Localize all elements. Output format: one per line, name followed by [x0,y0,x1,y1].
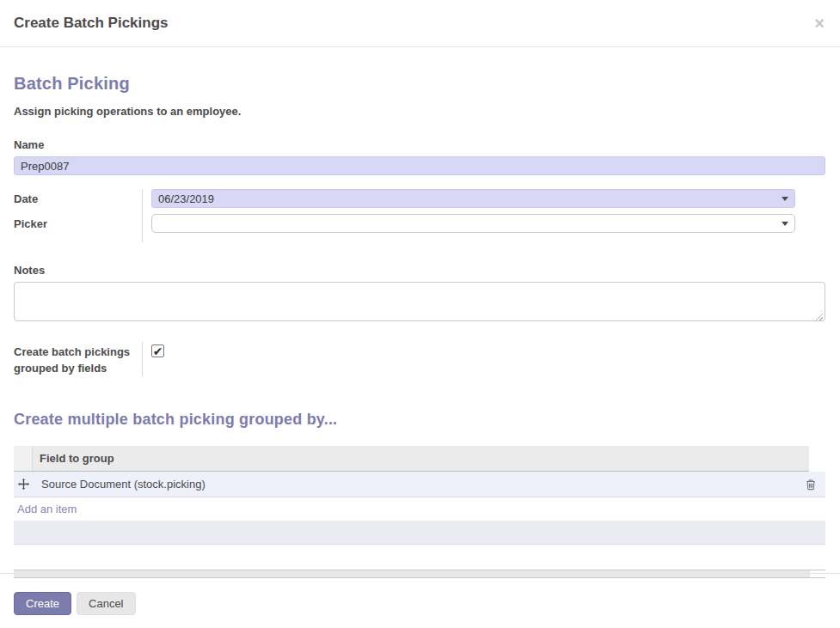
name-input[interactable] [14,156,825,175]
date-picker-fields [142,189,825,242]
close-icon[interactable]: × [814,15,825,32]
modal-header: Create Batch Pickings × [0,0,840,47]
group-section-heading: Create multiple batch picking grouped by… [14,411,825,429]
picker-label: Picker [14,217,142,242]
grouped-checkbox[interactable]: ✔ [151,344,164,357]
delete-row-button[interactable] [805,478,825,491]
picker-input[interactable] [151,214,795,233]
date-caret-icon[interactable] [782,197,788,201]
date-picker-labels: Date Picker [14,189,142,242]
name-label: Name [14,138,825,151]
group-table: Field to group Source Document (stock.pi… [14,446,825,545]
modal-title: Create Batch Pickings [14,15,169,32]
table-header-row: Field to group [14,446,809,472]
add-an-item-link[interactable]: Add an item [17,503,77,515]
drag-handle[interactable] [14,479,33,490]
modal-body: Batch Picking Assign picking operations … [0,74,840,578]
empty-row [14,521,825,545]
notes-textarea[interactable] [14,282,825,321]
grouped-checkbox-label: Create batch pickings grouped by fields [14,342,142,376]
picker-caret-icon[interactable] [782,222,788,226]
field-to-group-value: Source Document (stock.picking) [33,478,805,491]
modal-footer: Create Cancel [0,573,840,615]
table-row[interactable]: Source Document (stock.picking) [14,472,825,497]
add-item-row: Add an item [14,497,825,521]
create-button[interactable]: Create [14,592,71,615]
move-icon [18,479,29,490]
date-field-wrap [151,189,795,208]
notes-label: Notes [14,264,825,277]
cancel-button[interactable]: Cancel [77,592,135,615]
date-picker-group: Date Picker [14,189,825,242]
date-label: Date [14,192,142,217]
field-to-group-header: Field to group [33,446,809,471]
notes-field-wrap [14,282,825,325]
handle-column-header [14,446,33,471]
batch-picking-heading: Batch Picking [14,74,825,94]
date-input[interactable] [151,189,795,208]
picker-field-wrap [151,214,795,233]
trash-icon [805,478,817,491]
grouped-checkbox-field: ✔ [142,342,825,376]
batch-picking-subtitle: Assign picking operations to an employee… [14,105,825,118]
grouped-checkbox-group: Create batch pickings grouped by fields … [14,342,825,376]
